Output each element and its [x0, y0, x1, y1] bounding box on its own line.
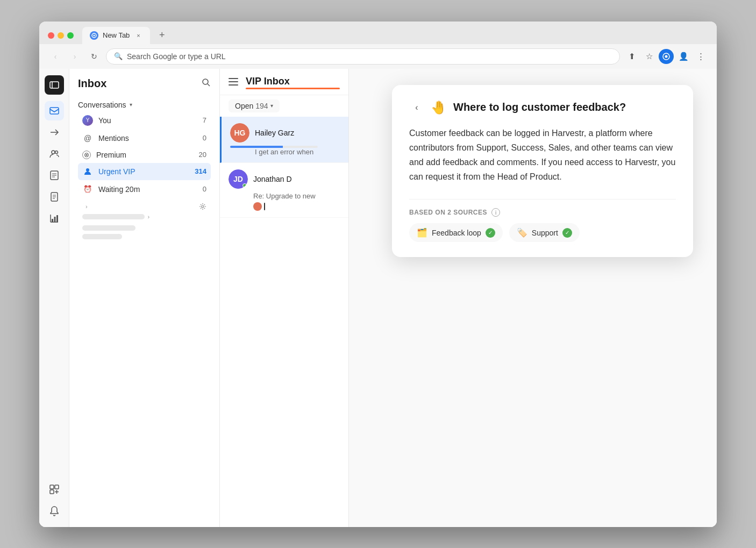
address-text: Search Google or type a URL [127, 52, 226, 61]
conversations-chevron-icon: ▾ [130, 102, 132, 108]
bookmark-button[interactable]: ☆ [641, 49, 657, 64]
mentions-icon: @ [82, 133, 93, 144]
search-icon: 🔍 [114, 52, 123, 60]
svg-rect-25 [50, 490, 54, 494]
svg-point-1 [94, 34, 95, 36]
svg-line-29 [208, 84, 210, 86]
hamburger-menu-button[interactable] [229, 75, 241, 88]
sidebar-item-premium[interactable]: ⊗ Premium 20 [78, 147, 211, 162]
premium-icon: ⊗ [82, 151, 91, 159]
you-count: 7 [203, 116, 206, 124]
search-button[interactable] [201, 77, 211, 89]
forward-button[interactable]: › [67, 49, 82, 64]
sources-info-icon[interactable]: i [491, 208, 500, 217]
svg-rect-21 [54, 217, 55, 222]
main-content: ‹ 🤚 Where to log customer feedback? Cust… [349, 69, 717, 527]
sidebar-item-waiting[interactable]: ⏰ Waiting 20m 0 [78, 181, 211, 198]
chevron-right-icon: › [85, 203, 88, 210]
hamburger-line-1 [229, 78, 238, 79]
typing-avatar-1 [253, 202, 262, 211]
app-logo[interactable] [45, 75, 64, 95]
maximize-window-button[interactable] [67, 32, 74, 39]
support-tag-icon: 🏷️ [517, 227, 527, 238]
open-label: Open [235, 102, 253, 110]
sidebar-item-you[interactable]: Y You 7 [78, 112, 211, 129]
svg-rect-6 [50, 108, 59, 114]
tab-title: New Tab [103, 31, 130, 39]
typing-indicators [253, 202, 340, 211]
source-chip-feedback-loop[interactable]: 🗂️ Feedback loop ✓ [409, 223, 503, 242]
svg-rect-4 [50, 82, 59, 88]
mentions-label: Mentions [98, 134, 197, 143]
support-check-icon: ✓ [562, 228, 572, 238]
feedback-loop-check-icon: ✓ [486, 228, 495, 238]
svg-rect-24 [55, 485, 59, 489]
share-button[interactable]: ⬆ [624, 49, 639, 64]
source-chip-support[interactable]: 🏷️ Support ✓ [509, 223, 580, 242]
close-tab-button[interactable]: × [134, 31, 142, 40]
svg-point-9 [55, 151, 58, 153]
sidebar-item-documents[interactable] [45, 187, 64, 207]
back-to-search-button[interactable]: ‹ [409, 100, 424, 115]
urgent-vip-label: Urgent VIP [98, 167, 189, 176]
middle-panel: VIP Inbox Open 194 ▾ HG Hailey Garz [220, 69, 349, 527]
you-avatar: Y [82, 115, 93, 126]
hailey-preview: I get an error when [230, 148, 340, 156]
svg-rect-20 [52, 219, 53, 222]
chevron-right-2-icon: › [148, 213, 150, 220]
ai-question-text: Where to log customer feedback? [453, 101, 676, 113]
sources-label-row: BASED ON 2 SOURCES i [409, 208, 676, 217]
conversations-header[interactable]: Conversations ▾ [78, 98, 211, 111]
sidebar-item-sent[interactable] [45, 123, 64, 142]
jonathan-avatar: JD [229, 169, 248, 189]
menu-button[interactable]: ⋮ [693, 49, 708, 64]
address-bar[interactable]: 🔍 Search Google or type a URL [106, 48, 620, 65]
back-button[interactable]: ‹ [48, 49, 63, 64]
conversations-section: Conversations ▾ Y You 7 @ Mentions 0 ⊗ P… [69, 94, 219, 247]
new-tab-button[interactable]: + [154, 28, 169, 43]
svg-point-3 [665, 55, 668, 58]
urgent-vip-icon [82, 166, 93, 177]
icon-sidebar [39, 69, 69, 527]
conversation-item-jonathan[interactable]: JD Jonathan D Re: Upgrade to new [220, 163, 348, 218]
svg-point-31 [202, 205, 204, 208]
vip-inbox-title: VIP Inbox [246, 76, 340, 87]
waiting-label: Waiting 20m [98, 185, 197, 194]
ai-emoji-icon: 🤚 [431, 100, 447, 115]
sidebar-item-team[interactable] [45, 144, 64, 163]
hailey-name: Hailey Garz [255, 129, 340, 137]
sidebar-item-urgent-vip[interactable]: Urgent VIP 314 [78, 163, 211, 180]
settings-icon[interactable] [199, 203, 206, 210]
svg-point-28 [203, 79, 208, 84]
svg-point-30 [86, 168, 89, 172]
hamburger-line-2 [229, 81, 238, 82]
mentions-count: 0 [203, 134, 206, 142]
left-panel-header: Inbox [69, 69, 219, 94]
ai-answer-body: Customer feedback can be logged in Harve… [409, 126, 676, 184]
jonathan-preview: Re: Upgrade to new [229, 192, 340, 200]
minimize-window-button[interactable] [58, 32, 64, 39]
sources-label-text: BASED ON 2 SOURCES [409, 209, 487, 216]
refresh-button[interactable]: ↻ [87, 49, 102, 64]
sidebar-item-compose[interactable] [45, 480, 64, 499]
sidebar-item-book[interactable] [45, 166, 64, 185]
sidebar-item-inbox[interactable] [45, 101, 64, 120]
conversation-item-hailey[interactable]: HG Hailey Garz I get an error when [220, 117, 348, 163]
section-subheader: › › [78, 198, 211, 222]
urgent-vip-count: 314 [195, 167, 206, 175]
profile-button[interactable]: 👤 [676, 49, 691, 64]
conversations-label: Conversations [78, 101, 126, 109]
browser-tab[interactable]: New Tab × [82, 27, 150, 44]
close-window-button[interactable] [48, 32, 54, 39]
hailey-avatar: HG [230, 123, 249, 143]
sidebar-item-analytics[interactable] [45, 209, 64, 228]
sidebar-item-mentions[interactable]: @ Mentions 0 [78, 130, 211, 147]
open-filter-badge[interactable]: Open 194 ▾ [229, 99, 280, 112]
ai-panel-header: ‹ 🤚 Where to log customer feedback? [409, 100, 676, 115]
sources-section: BASED ON 2 SOURCES i 🗂️ Feedback loop ✓ … [409, 199, 676, 242]
sidebar-item-notifications[interactable] [45, 501, 64, 521]
conversation-list: HG Hailey Garz I get an error when JD [220, 117, 348, 527]
extension-button[interactable] [659, 49, 674, 64]
nav-actions: ⬆ ☆ 👤 ⋮ [624, 49, 708, 64]
feedback-loop-icon: 🗂️ [417, 227, 427, 238]
